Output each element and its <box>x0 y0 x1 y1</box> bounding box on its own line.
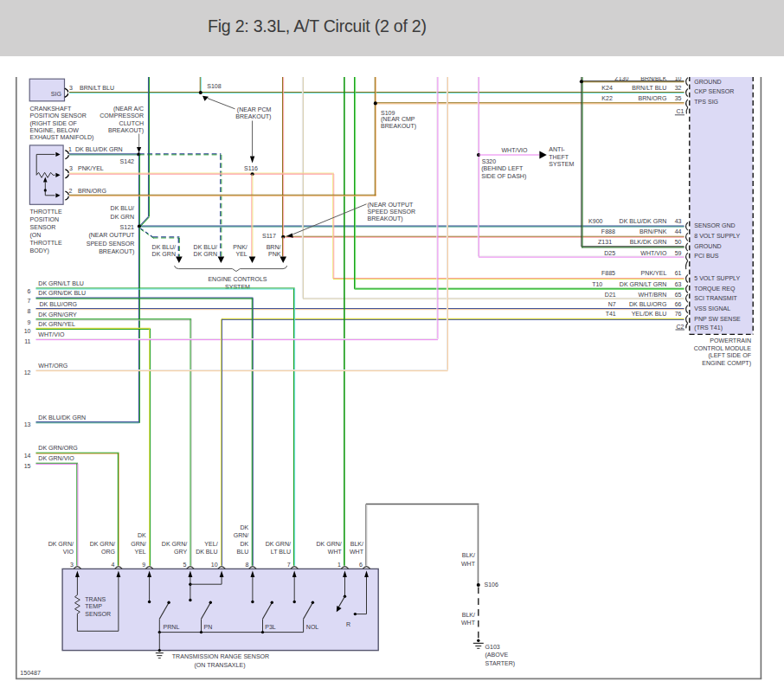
svg-text:4: 4 <box>111 562 114 568</box>
svg-text:1: 1 <box>337 562 341 568</box>
svg-text:CONTROL MODULE: CONTROL MODULE <box>694 345 752 351</box>
svg-text:(ABOVE: (ABOVE <box>485 652 509 659</box>
svg-text:59: 59 <box>675 250 682 256</box>
svg-text:DK BLU/: DK BLU/ <box>152 244 176 250</box>
svg-text:C1: C1 <box>676 108 684 114</box>
svg-text:6: 6 <box>359 562 363 568</box>
svg-text:YEL/: YEL/ <box>204 541 217 547</box>
svg-text:SIDE OF DASH): SIDE OF DASH) <box>481 173 526 180</box>
svg-text:GRN/: GRN/ <box>131 541 146 547</box>
svg-text:S108: S108 <box>207 83 222 89</box>
svg-text:F888: F888 <box>601 228 615 235</box>
svg-text:D21: D21 <box>605 292 616 298</box>
svg-text:DK BLU/ORG: DK BLU/ORG <box>40 301 77 307</box>
svg-text:(NEAR PCM: (NEAR PCM <box>237 106 272 113</box>
svg-text:6: 6 <box>28 288 31 294</box>
svg-text:DK GRN/: DK GRN/ <box>162 541 187 547</box>
svg-text:ANTI-: ANTI- <box>549 146 565 152</box>
svg-text:DK: DK <box>241 524 249 530</box>
svg-text:WHT/BRN: WHT/BRN <box>639 292 667 298</box>
svg-text:150487: 150487 <box>20 670 41 676</box>
svg-text:13: 13 <box>24 421 31 427</box>
svg-text:76: 76 <box>675 311 682 317</box>
svg-text:T41: T41 <box>606 311 616 317</box>
svg-text:35: 35 <box>675 95 682 101</box>
svg-text:BODY): BODY) <box>30 247 49 254</box>
svg-text:14: 14 <box>24 453 31 459</box>
svg-text:(TRS T41): (TRS T41) <box>694 325 723 331</box>
svg-text:BREAKOUT): BREAKOUT) <box>108 127 144 134</box>
svg-text:ENGINE CONTROLS: ENGINE CONTROLS <box>208 276 267 282</box>
svg-text:BRN/ORG: BRN/ORG <box>78 188 106 194</box>
svg-text:TPS SIG: TPS SIG <box>694 99 718 105</box>
svg-text:(BEHIND LEFT: (BEHIND LEFT <box>481 165 524 172</box>
svg-text:CLUTCH: CLUTCH <box>119 120 145 126</box>
svg-text:N7: N7 <box>608 301 616 307</box>
svg-text:(ON: (ON <box>30 232 42 239</box>
svg-text:15: 15 <box>24 463 31 469</box>
svg-text:SENSOR: SENSOR <box>85 611 111 617</box>
svg-text:BLU: BLU <box>237 549 249 555</box>
svg-text:PCI BUS: PCI BUS <box>694 253 718 259</box>
svg-text:LT BLU: LT BLU <box>271 549 291 555</box>
svg-text:DK BLU/DK GRN: DK BLU/DK GRN <box>620 218 667 224</box>
svg-text:PNK/YEL: PNK/YEL <box>641 270 667 276</box>
svg-text:BRN/ORG: BRN/ORG <box>639 95 667 101</box>
svg-text:63: 63 <box>675 281 682 287</box>
svg-text:WHT: WHT <box>350 549 364 555</box>
svg-text:DK GRN/: DK GRN/ <box>48 541 74 547</box>
svg-text:7: 7 <box>287 562 291 568</box>
svg-text:T10: T10 <box>592 281 602 287</box>
svg-text:POWERTRAIN: POWERTRAIN <box>710 337 751 344</box>
svg-text:9: 9 <box>142 562 145 568</box>
svg-text:D25: D25 <box>604 250 615 256</box>
svg-text:5: 5 <box>183 562 186 568</box>
svg-text:44: 44 <box>675 228 682 235</box>
svg-text:PN: PN <box>204 624 213 630</box>
svg-text:(RIGHT SIDE OF: (RIGHT SIDE OF <box>30 120 78 127</box>
svg-text:66: 66 <box>675 301 682 307</box>
svg-text:DK GRN: DK GRN <box>111 214 134 220</box>
svg-text:CKP SENSOR: CKP SENSOR <box>694 88 734 94</box>
svg-text:R: R <box>346 621 350 627</box>
svg-text:(LEFT SIDE OF: (LEFT SIDE OF <box>708 352 751 359</box>
svg-text:SCI TRANSMIT: SCI TRANSMIT <box>694 295 737 301</box>
svg-text:GRN/: GRN/ <box>234 532 249 538</box>
svg-text:61: 61 <box>675 270 682 276</box>
svg-text:VSS SIGNAL: VSS SIGNAL <box>694 305 730 312</box>
svg-text:DK BLU/ORG: DK BLU/ORG <box>629 301 666 307</box>
svg-text:9: 9 <box>28 319 31 325</box>
svg-text:SPEED SENSOR: SPEED SENSOR <box>87 241 135 247</box>
svg-text:GROUND: GROUND <box>694 243 721 249</box>
svg-text:K900: K900 <box>588 218 603 224</box>
svg-text:DK BLU/DK GRN: DK BLU/DK GRN <box>38 414 86 421</box>
svg-text:WHT: WHT <box>461 620 476 626</box>
svg-text:PRNL: PRNL <box>164 624 180 630</box>
svg-text:YEL/DK BLU: YEL/DK BLU <box>632 311 667 317</box>
svg-text:SYSTEM: SYSTEM <box>549 161 574 167</box>
svg-text:DK GRN/ORG: DK GRN/ORG <box>38 445 77 451</box>
svg-text:BREAKOUT): BREAKOUT) <box>368 215 403 222</box>
svg-text:YEL: YEL <box>134 549 145 555</box>
svg-text:K24: K24 <box>601 85 613 91</box>
svg-text:BRN/PNK: BRN/PNK <box>639 228 667 235</box>
svg-text:THEFT: THEFT <box>549 154 569 160</box>
svg-text:THROTTLE: THROTTLE <box>30 209 62 215</box>
svg-text:NOL: NOL <box>306 624 319 630</box>
svg-text:8 VOLT SUPPLY: 8 VOLT SUPPLY <box>694 233 740 239</box>
svg-text:DK BLU/: DK BLU/ <box>111 205 134 211</box>
svg-text:S106: S106 <box>485 582 499 588</box>
svg-text:TRANSMISSION RANGE SENSOR: TRANSMISSION RANGE SENSOR <box>172 653 269 659</box>
svg-text:S142: S142 <box>120 158 135 164</box>
svg-text:WHT/VIO: WHT/VIO <box>501 147 528 153</box>
svg-text:BRN/LT BLU: BRN/LT BLU <box>80 85 114 91</box>
svg-text:11: 11 <box>24 338 30 344</box>
svg-text:P3L: P3L <box>265 624 276 630</box>
svg-text:3: 3 <box>70 562 74 568</box>
svg-text:TORQUE REQ: TORQUE REQ <box>694 286 736 292</box>
svg-text:THROTTLE: THROTTLE <box>30 240 62 246</box>
svg-text:DK: DK <box>138 532 146 538</box>
svg-text:GRY: GRY <box>174 549 187 555</box>
svg-text:PNK/: PNK/ <box>233 244 247 250</box>
svg-text:DK GRN/GRY: DK GRN/GRY <box>38 312 77 318</box>
